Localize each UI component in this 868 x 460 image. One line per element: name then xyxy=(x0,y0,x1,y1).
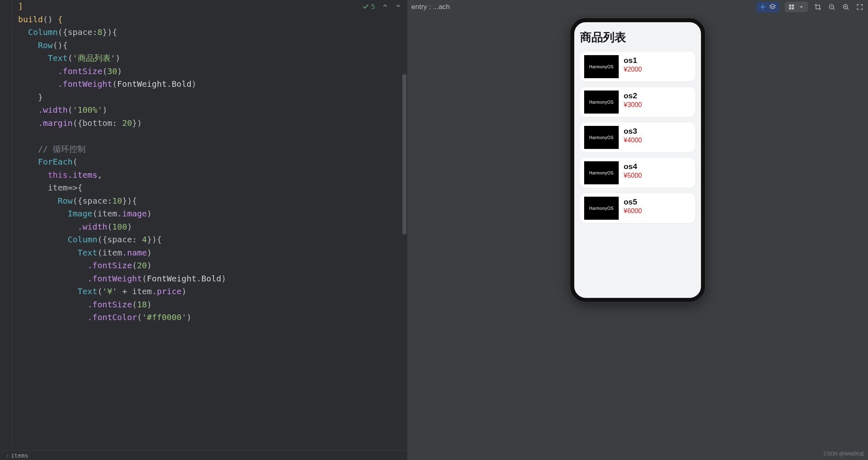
product-name: os3 xyxy=(624,127,642,136)
crop-icon[interactable] xyxy=(814,3,822,11)
page-title: 商品列表 xyxy=(580,30,695,45)
grid-icon[interactable] xyxy=(787,3,796,11)
breadcrumb-item[interactable]: items xyxy=(11,452,28,459)
product-thumbnail: HarmonyOS xyxy=(584,91,619,114)
svg-rect-2 xyxy=(792,5,794,7)
product-price: ¥6000 xyxy=(624,207,642,215)
svg-rect-3 xyxy=(789,7,791,9)
layers-icon[interactable] xyxy=(768,3,777,11)
inspector-toggle-group xyxy=(756,2,779,12)
dropdown-icon[interactable] xyxy=(797,3,805,11)
product-card[interactable]: HarmonyOSos1¥2000 xyxy=(580,52,695,81)
fullscreen-icon[interactable] xyxy=(856,3,864,11)
device-side-button xyxy=(704,105,705,137)
product-card[interactable]: HarmonyOSos2¥3000 xyxy=(580,87,695,117)
zoom-out-icon[interactable] xyxy=(828,3,836,11)
product-price: ¥5000 xyxy=(624,172,642,179)
watermark: CSDN @Web阿成 xyxy=(824,451,864,458)
product-price: ¥4000 xyxy=(624,137,642,144)
product-name: os5 xyxy=(624,197,642,207)
svg-rect-1 xyxy=(789,5,791,7)
code-editor-pane: 5 ] build() { Column({space:8}){ Row(){ … xyxy=(0,0,407,460)
preview-pane: entry : ...ach xyxy=(407,0,868,460)
product-name: os1 xyxy=(624,56,642,65)
breadcrumb[interactable]: › items xyxy=(0,450,407,460)
gutter xyxy=(0,0,12,450)
product-card[interactable]: HarmonyOSos5¥6000 xyxy=(580,193,695,223)
preview-title: entry : ...ach xyxy=(411,3,450,11)
product-thumbnail: HarmonyOS xyxy=(584,55,619,78)
preview-toolbar: entry : ...ach xyxy=(407,0,868,14)
device-screen[interactable]: 商品列表 HarmonyOSos1¥2000HarmonyOSos2¥3000H… xyxy=(574,22,701,236)
product-card[interactable]: HarmonyOSos3¥4000 xyxy=(580,123,695,152)
product-thumbnail: HarmonyOS xyxy=(584,197,619,220)
svg-rect-4 xyxy=(792,7,794,9)
product-thumbnail: HarmonyOS xyxy=(584,126,619,149)
svg-point-0 xyxy=(762,6,764,8)
product-price: ¥2000 xyxy=(624,66,642,73)
device-side-button xyxy=(704,72,705,96)
zoom-in-icon[interactable] xyxy=(842,3,850,11)
product-card[interactable]: HarmonyOSos4¥5000 xyxy=(580,158,695,188)
product-name: os2 xyxy=(624,91,642,100)
product-price: ¥3000 xyxy=(624,101,642,109)
product-thumbnail: HarmonyOS xyxy=(584,161,619,184)
editor-scrollbar[interactable] xyxy=(402,74,406,235)
device-frame: 商品列表 HarmonyOSos1¥2000HarmonyOSos2¥3000H… xyxy=(570,18,705,302)
product-name: os4 xyxy=(624,162,642,171)
view-mode-group xyxy=(785,2,808,12)
code-area[interactable]: ] build() { Column({space:8}){ Row(){ Te… xyxy=(12,0,407,450)
target-icon[interactable] xyxy=(759,3,767,11)
